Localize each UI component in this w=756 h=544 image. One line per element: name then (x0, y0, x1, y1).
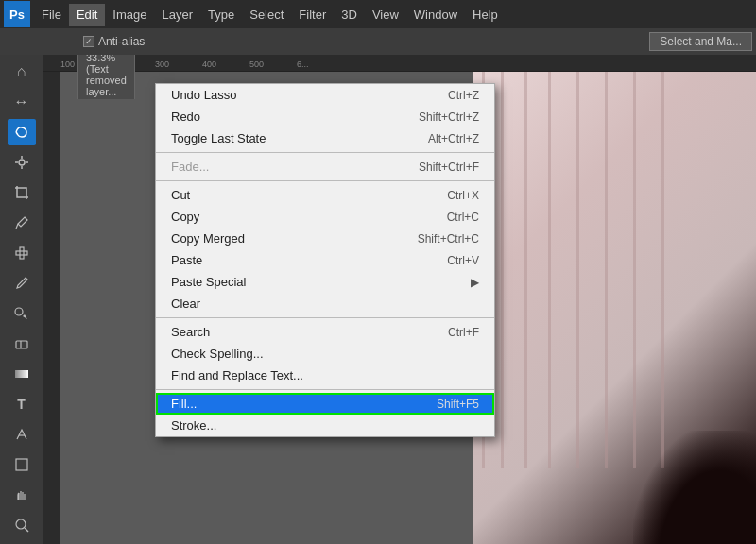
tool-move[interactable]: ⌂ (8, 59, 36, 85)
menu-fade[interactable]: Fade... Shift+Ctrl+F (156, 156, 494, 178)
curtain-line-4 (548, 72, 551, 468)
curtain-area (472, 72, 756, 468)
menu-fill[interactable]: Fill... Shift+F5 (156, 393, 494, 415)
svg-rect-8 (20, 247, 24, 259)
separator-2 (156, 180, 494, 181)
toolbar-placeholder (4, 40, 79, 43)
clear-label: Clear (171, 297, 200, 311)
search-shortcut: Ctrl+F (448, 326, 479, 339)
paste-special-arrow: ▶ (471, 276, 479, 289)
menu-window[interactable]: Window (406, 4, 465, 26)
redo-label: Redo (171, 110, 200, 124)
fill-label: Fill... (171, 397, 197, 411)
curtain-line-6 (605, 72, 608, 468)
options-bar: ✓ Anti-alias Select and Ma... (0, 28, 756, 55)
cut-label: Cut (171, 188, 190, 202)
find-replace-label: Find and Replace Text... (171, 368, 303, 382)
menu-find-replace[interactable]: Find and Replace Text... (156, 365, 494, 386)
menu-type[interactable]: Type (200, 4, 242, 26)
menu-filter[interactable]: Filter (291, 4, 334, 26)
menu-undo-lasso[interactable]: Undo Lasso Ctrl+Z (156, 84, 494, 106)
tool-arrow[interactable]: ↔ (8, 89, 36, 115)
menu-select[interactable]: Select (242, 4, 291, 26)
menu-clear[interactable]: Clear (156, 293, 494, 314)
canvas-image (472, 72, 756, 544)
curtain-line-2 (501, 72, 504, 468)
menu-check-spelling[interactable]: Check Spelling... (156, 343, 494, 365)
tool-hand[interactable] (8, 482, 36, 508)
svg-rect-12 (15, 370, 28, 378)
toggle-last-state-label: Toggle Last State (171, 131, 266, 145)
svg-line-16 (25, 528, 28, 532)
paste-special-label: Paste Special (171, 275, 247, 289)
svg-line-0 (16, 132, 18, 135)
tool-healing[interactable] (8, 240, 36, 266)
hair-area (633, 431, 756, 544)
menu-edit[interactable]: Edit (69, 4, 105, 26)
main-layout: ⌂ ↔ (0, 55, 756, 544)
menu-cut[interactable]: Cut Ctrl+X (156, 184, 494, 206)
menu-layer[interactable]: Layer (155, 4, 201, 26)
tool-text[interactable]: T (8, 391, 36, 417)
cut-shortcut: Ctrl+X (447, 189, 479, 202)
svg-rect-7 (16, 251, 27, 255)
fade-shortcut: Shift+Ctrl+F (419, 161, 479, 174)
menu-copy-merged[interactable]: Copy Merged Shift+Ctrl+C (156, 228, 494, 249)
stroke-label: Stroke... (171, 418, 216, 433)
undo-lasso-shortcut: Ctrl+Z (448, 89, 479, 102)
svg-point-5 (19, 160, 25, 165)
tool-shape[interactable] (8, 451, 36, 478)
tool-eyedropper[interactable] (8, 210, 36, 236)
ruler-500: 500 (249, 60, 297, 69)
menu-copy[interactable]: Copy Ctrl+C (156, 206, 494, 228)
canvas-area: 100 200 300 400 500 6... 1.jpg @ 33.3% (… (43, 55, 756, 544)
separator-1 (156, 152, 494, 153)
tool-crop[interactable] (8, 179, 36, 206)
tool-brush[interactable] (8, 270, 36, 297)
tool-zoom[interactable] (8, 512, 36, 538)
menu-paste[interactable]: Paste Ctrl+V (156, 249, 494, 271)
tool-eraser[interactable] (8, 331, 36, 357)
toggle-last-state-shortcut: Alt+Ctrl+Z (428, 132, 479, 145)
ruler-600: 6... (297, 60, 344, 69)
menu-3d[interactable]: 3D (334, 4, 365, 26)
select-and-mask-button[interactable]: Select and Ma... (649, 32, 752, 51)
tool-magic-wand[interactable] (8, 149, 36, 176)
edit-dropdown-menu[interactable]: Undo Lasso Ctrl+Z Redo Shift+Ctrl+Z Togg… (155, 83, 495, 437)
fade-label: Fade... (171, 160, 209, 174)
tool-gradient[interactable] (8, 361, 36, 387)
menu-search[interactable]: Search Ctrl+F (156, 321, 494, 343)
canvas-tab[interactable]: 1.jpg @ 33.3% (Text removed layer... (77, 55, 135, 99)
anti-alias-checkbox[interactable]: ✓ Anti-alias (83, 35, 145, 48)
menu-view[interactable]: View (365, 4, 406, 26)
menu-file[interactable]: File (34, 4, 69, 26)
menu-stroke[interactable]: Stroke... (156, 415, 494, 436)
ruler-400: 400 (202, 60, 249, 69)
svg-line-6 (16, 224, 18, 229)
undo-lasso-label: Undo Lasso (171, 88, 236, 102)
menu-image[interactable]: Image (105, 4, 154, 26)
menu-paste-special[interactable]: Paste Special ▶ (156, 271, 494, 293)
fill-shortcut: Shift+F5 (437, 398, 479, 411)
menu-toggle-last-state[interactable]: Toggle Last State Alt+Ctrl+Z (156, 128, 494, 149)
anti-alias-check-icon: ✓ (83, 36, 94, 47)
anti-alias-label: Anti-alias (98, 35, 145, 48)
menu-help[interactable]: Help (465, 4, 506, 26)
copy-shortcut: Ctrl+C (447, 211, 479, 224)
copy-label: Copy (171, 210, 199, 224)
tool-pen[interactable] (8, 421, 36, 448)
tool-lasso[interactable] (8, 119, 36, 145)
copy-merged-label: Copy Merged (171, 231, 245, 246)
separator-3 (156, 317, 494, 318)
search-label: Search (171, 325, 210, 339)
curtain-line-5 (576, 72, 579, 468)
separator-4 (156, 389, 494, 390)
tool-clone-stamp[interactable] (8, 300, 36, 327)
svg-point-9 (15, 308, 23, 315)
menu-redo[interactable]: Redo Shift+Ctrl+Z (156, 106, 494, 128)
check-spelling-label: Check Spelling... (171, 347, 264, 361)
curtain-line-3 (524, 72, 527, 468)
svg-point-15 (16, 519, 26, 529)
redo-shortcut: Shift+Ctrl+Z (419, 110, 479, 124)
photoshop-icon: Ps (4, 1, 30, 27)
